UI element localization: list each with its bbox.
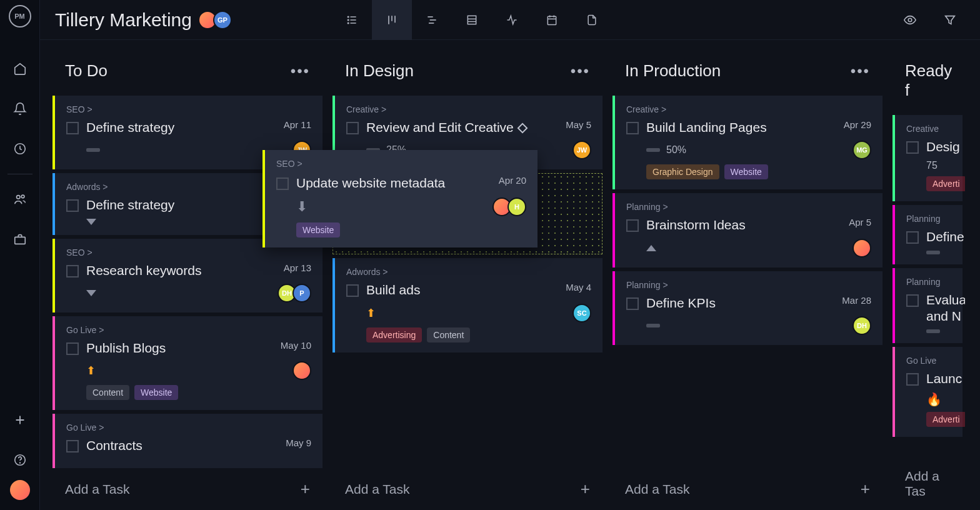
- card-checkbox[interactable]: [66, 122, 79, 134]
- sidebar-divider: [8, 174, 32, 174]
- people-icon[interactable]: [0, 179, 40, 219]
- visibility-icon[interactable]: [895, 5, 925, 35]
- flame-icon: 🔥: [926, 392, 942, 407]
- avatar[interactable]: JW: [572, 141, 591, 159]
- task-card[interactable]: PlanningEvalua and N: [892, 268, 962, 344]
- card-checkbox[interactable]: [66, 342, 79, 355]
- task-card[interactable]: Planning >Brainstorm IdeasApr 5: [612, 193, 882, 267]
- board-view-icon[interactable]: [372, 0, 412, 40]
- briefcase-icon[interactable]: [0, 219, 40, 259]
- home-icon[interactable]: [0, 49, 40, 89]
- card-title: Contracts: [86, 438, 278, 454]
- tag[interactable]: Website: [724, 164, 768, 179]
- card-title: Launc: [926, 371, 962, 387]
- svg-point-8: [348, 19, 349, 21]
- task-card[interactable]: Planning >Define KPIsMar 28DH: [612, 271, 882, 345]
- add-task-button[interactable]: Add a Task+: [610, 468, 885, 510]
- svg-point-2: [21, 195, 24, 198]
- gantt-view-icon[interactable]: [412, 0, 452, 40]
- svg-point-10: [348, 22, 349, 24]
- tag[interactable]: Content: [427, 328, 470, 342]
- team-avatars[interactable]: GP: [202, 11, 232, 29]
- chevron-down-icon: [86, 219, 96, 225]
- add-task-button[interactable]: Add a Tas: [890, 458, 965, 510]
- user-avatar[interactable]: [10, 480, 30, 500]
- add-task-button[interactable]: Add a Task+: [330, 468, 605, 510]
- card-date: May 4: [566, 282, 591, 292]
- svg-rect-18: [468, 16, 476, 24]
- tag[interactable]: Graphic Design: [646, 164, 719, 179]
- svg-point-1: [16, 196, 20, 199]
- priority-up-icon: ⬆: [366, 306, 376, 320]
- task-card[interactable]: Adwords >Build adsMay 4⬆SCAdvertisingCon…: [332, 258, 602, 352]
- tag[interactable]: Website: [296, 222, 340, 238]
- task-card[interactable]: Go LiveLaunc🔥Adverti: [892, 347, 962, 437]
- card-category: Planning >: [626, 280, 871, 290]
- card-checkbox[interactable]: [626, 298, 639, 310]
- card-checkbox[interactable]: [626, 122, 639, 134]
- avatar[interactable]: [292, 361, 311, 380]
- priority-up-icon: [646, 245, 656, 251]
- add-task-button[interactable]: Add a Task+: [50, 468, 325, 510]
- card-checkbox[interactable]: [66, 199, 79, 212]
- dragging-card[interactable]: SEO > Update website metadata Apr 20 ⬇ H…: [262, 150, 538, 248]
- task-card[interactable]: Go Live >Publish BlogsMay 10⬆ContentWebs…: [52, 316, 322, 410]
- card-category: Adwords >: [346, 267, 591, 277]
- tag[interactable]: Advertising: [366, 328, 422, 342]
- avatar[interactable]: P: [292, 284, 311, 302]
- bell-icon[interactable]: [0, 89, 40, 129]
- card-category: Creative >: [346, 104, 591, 114]
- tag[interactable]: Content: [86, 385, 129, 400]
- card-checkbox[interactable]: [906, 141, 919, 154]
- file-view-icon[interactable]: [572, 0, 612, 40]
- list-view-icon[interactable]: [332, 0, 372, 40]
- card-checkbox[interactable]: [626, 219, 639, 232]
- avatar[interactable]: H: [508, 198, 526, 216]
- card-date: Mar 28: [842, 295, 871, 306]
- help-icon[interactable]: [0, 440, 40, 480]
- tag[interactable]: Adverti: [926, 176, 965, 191]
- card-checkbox[interactable]: [906, 373, 919, 386]
- column-menu-icon[interactable]: •••: [851, 62, 870, 80]
- card-checkbox[interactable]: [346, 122, 359, 134]
- card-checkbox[interactable]: [276, 178, 289, 190]
- card-title: Desig: [926, 139, 960, 155]
- svg-rect-3: [14, 237, 25, 244]
- svg-rect-21: [548, 16, 556, 24]
- card-checkbox[interactable]: [906, 231, 919, 244]
- calendar-view-icon[interactable]: [532, 0, 572, 40]
- card-checkbox[interactable]: [906, 294, 919, 307]
- app-logo[interactable]: PM: [9, 5, 31, 28]
- column-menu-icon[interactable]: •••: [291, 62, 310, 80]
- card-checkbox[interactable]: [66, 440, 79, 452]
- card-checkbox[interactable]: [66, 265, 79, 278]
- clock-icon[interactable]: [0, 129, 40, 169]
- filter-icon[interactable]: [935, 5, 965, 35]
- activity-view-icon[interactable]: [492, 0, 532, 40]
- plus-icon: +: [861, 479, 870, 499]
- card-category: Planning >: [626, 202, 871, 212]
- task-card[interactable]: Creative >Build Landing PagesApr 2950%MG…: [612, 96, 882, 189]
- priority-bar-icon: [86, 148, 100, 152]
- avatar[interactable]: GP: [213, 11, 232, 29]
- svg-point-5: [19, 462, 20, 463]
- add-icon[interactable]: [0, 400, 40, 440]
- avatar[interactable]: [852, 239, 871, 258]
- tag[interactable]: Adverti: [926, 412, 965, 427]
- column-title: To Do: [65, 61, 108, 81]
- task-card[interactable]: CreativeDesig75Adverti: [892, 115, 962, 201]
- task-card[interactable]: SEO >Research keywordsApr 13DHP: [52, 239, 322, 312]
- board-column: In Design•••Creative >Review and Edit Cr…: [330, 50, 605, 510]
- board-column: Ready fCreativeDesig75AdvertiPlanningDef…: [890, 50, 965, 510]
- avatar[interactable]: MG: [852, 141, 871, 159]
- task-card[interactable]: PlanningDefine: [892, 205, 962, 264]
- column-menu-icon[interactable]: •••: [571, 62, 590, 80]
- tag[interactable]: Website: [134, 385, 178, 400]
- sheet-view-icon[interactable]: [452, 0, 492, 40]
- card-title: Evalua and N: [926, 292, 965, 325]
- task-card[interactable]: Go Live >ContractsMay 9: [52, 414, 322, 468]
- card-checkbox[interactable]: [346, 284, 359, 297]
- progress-label: 50%: [666, 144, 686, 156]
- avatar[interactable]: DH: [852, 316, 871, 335]
- avatar[interactable]: SC: [572, 304, 591, 322]
